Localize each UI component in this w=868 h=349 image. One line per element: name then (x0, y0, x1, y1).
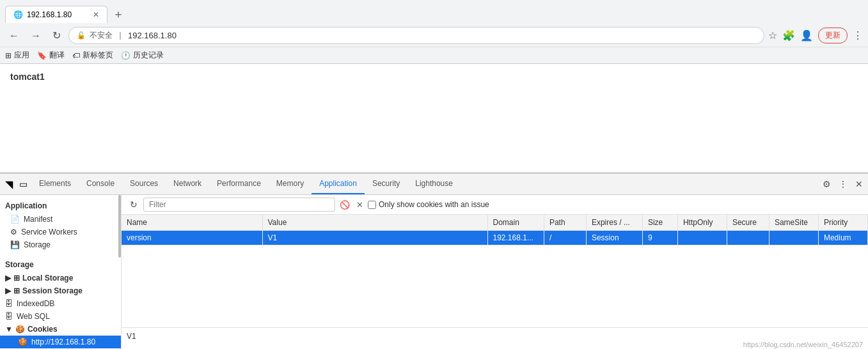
tab-memory[interactable]: Memory (269, 174, 312, 194)
sidebar-cookies-label: Cookies (28, 325, 58, 334)
nav-bar: ← → ↻ 🔓 不安全 ｜ 192.168.1.80 ☆ 🧩 👤 更新 ⋮ (0, 24, 868, 47)
web-sql-icon: 🗄 (5, 312, 13, 321)
devtools-inspect-icon[interactable]: ◥ (3, 178, 15, 190)
bookmark-translate[interactable]: 🔖 翻译 (37, 50, 65, 61)
sidebar-session-storage-group[interactable]: ▶ ⊞ Session Storage (0, 284, 121, 297)
sidebar-application-label: Application (0, 198, 121, 213)
new-tab-button[interactable]: ＋ (109, 4, 128, 24)
table-cell: 192.168.1... (487, 231, 544, 245)
sidebar-item-storage[interactable]: 💾 Storage (0, 238, 121, 251)
scrollbar[interactable] (118, 195, 121, 258)
session-storage-arrow-icon: ▶ (5, 286, 11, 295)
cookie-table: Name Value Domain Path Expires / ... Siz… (122, 215, 868, 327)
table-cell: Medium (818, 231, 867, 245)
session-storage-label: Session Storage (22, 286, 83, 295)
sidebar-item-service-workers[interactable]: ⚙ Service Workers (0, 226, 121, 238)
local-storage-label: Local Storage (22, 274, 73, 283)
devtools-close-icon[interactable]: ✕ (853, 176, 865, 192)
tab-network[interactable]: Network (166, 174, 209, 194)
bookmark-icon-button[interactable]: ☆ (768, 29, 777, 42)
col-priority: Priority (818, 215, 867, 231)
devtools-body: Application 📄 Manifest ⚙ Service Workers… (0, 195, 868, 349)
page-title: tomcat1 (10, 72, 45, 82)
refresh-button[interactable]: ↻ (127, 198, 141, 212)
devtools-settings-icon[interactable]: ⚙ (820, 176, 833, 192)
newtab-icon: 🏷 (72, 51, 80, 60)
clear-filter-icon[interactable]: 🚫 (338, 198, 352, 212)
tab-sources[interactable]: Sources (122, 174, 166, 194)
sidebar: Application 📄 Manifest ⚙ Service Workers… (0, 195, 122, 349)
devtools-panel: ◥ ▭ Elements Console Sources Network Per… (0, 173, 868, 349)
table-cell: / (544, 231, 586, 245)
tab-elements[interactable]: Elements (31, 174, 79, 194)
cookies-data-table: Name Value Domain Path Expires / ... Siz… (122, 215, 868, 245)
browser-tab[interactable]: 🌐 192.168.1.80 ✕ (5, 6, 107, 23)
cookie-toolbar: ↻ 🚫 ✕ Only show cookies with an issue (122, 195, 868, 215)
table-cell: V1 (262, 231, 487, 245)
security-label: 不安全 (90, 30, 113, 41)
cookie-url-icon: 🍪 (18, 337, 28, 346)
session-storage-table-icon: ⊞ (13, 286, 20, 295)
extension-icon-button[interactable]: 🧩 (782, 29, 795, 42)
sidebar-indexeddb-label: IndexedDB (17, 299, 54, 308)
tab-close-icon[interactable]: ✕ (93, 10, 99, 19)
col-size: Size (642, 215, 677, 231)
bookmark-newtab[interactable]: 🏷 新标签页 (72, 50, 113, 61)
tab-application[interactable]: Application (312, 174, 365, 194)
tab-performance[interactable]: Performance (209, 174, 269, 194)
browser-chrome: 🌐 192.168.1.80 ✕ ＋ ← → ↻ 🔓 不安全 ｜ 192.168… (0, 0, 868, 64)
col-expires: Expires / ... (586, 215, 642, 231)
table-cell (677, 231, 727, 245)
table-cell (727, 231, 769, 245)
col-samesite: SameSite (769, 215, 818, 231)
show-issues-label[interactable]: Only show cookies with an issue (368, 200, 489, 209)
sidebar-cookie-url[interactable]: 🍪 http://192.168.1.80 (0, 336, 121, 348)
bookmark-apps[interactable]: ⊞ 应用 (5, 50, 29, 61)
delete-button[interactable]: ✕ (354, 198, 365, 212)
sidebar-manifest-label: Manifest (24, 215, 52, 224)
local-storage-table-icon: ⊞ (13, 274, 20, 283)
tab-bar: 🌐 192.168.1.80 ✕ ＋ (0, 0, 868, 24)
sidebar-item-manifest[interactable]: 📄 Manifest (0, 213, 121, 226)
sidebar-local-storage-group[interactable]: ▶ ⊞ Local Storage (0, 272, 121, 284)
indexeddb-icon: 🗄 (5, 299, 13, 308)
tab-lighthouse[interactable]: Lighthouse (407, 174, 461, 194)
table-cell: version (122, 231, 262, 245)
local-storage-arrow-icon: ▶ (5, 274, 11, 283)
manifest-icon: 📄 (10, 215, 20, 224)
col-secure: Secure (727, 215, 769, 231)
sidebar-web-sql[interactable]: 🗄 Web SQL (0, 310, 121, 323)
sidebar-cookies-group[interactable]: ▼ 🍪 Cookies (0, 323, 121, 336)
sidebar-storage-label: Storage (24, 240, 51, 249)
address-bar[interactable]: 🔓 不安全 ｜ 192.168.1.80 (68, 27, 764, 44)
col-httponly: HttpOnly (677, 215, 727, 231)
devtools-icons: ⚙ ⋮ ✕ (820, 176, 865, 192)
devtools-device-icon[interactable]: ▭ (15, 179, 31, 189)
profile-icon-button[interactable]: 👤 (800, 29, 813, 42)
back-button[interactable]: ← (5, 27, 23, 44)
reload-button[interactable]: ↻ (49, 27, 65, 44)
show-issues-checkbox[interactable] (368, 201, 376, 209)
table-row[interactable]: versionV1192.168.1.../Session9Medium (122, 231, 868, 245)
selected-value-area: V1 https://blog.csdn.net/weixin_46452207 (122, 327, 868, 349)
tab-title: 192.168.1.80 (27, 10, 89, 19)
filter-input[interactable] (143, 198, 335, 212)
col-domain: Domain (487, 215, 544, 231)
menu-icon-button[interactable]: ⋮ (853, 29, 863, 42)
update-button[interactable]: 更新 (818, 27, 848, 43)
tab-console[interactable]: Console (79, 174, 122, 194)
bookmark-translate-label: 翻译 (49, 50, 65, 61)
address-separator: ｜ (116, 30, 124, 41)
storage-icon: 💾 (10, 240, 20, 249)
sidebar-indexeddb[interactable]: 🗄 IndexedDB (0, 297, 121, 310)
table-cell (769, 231, 818, 245)
show-issues-text: Only show cookies with an issue (379, 200, 489, 209)
address-text: 192.168.1.80 (128, 31, 756, 40)
tab-security[interactable]: Security (365, 174, 407, 194)
devtools-more-icon[interactable]: ⋮ (836, 176, 850, 192)
security-icon: 🔓 (77, 31, 86, 40)
apps-icon: ⊞ (5, 51, 12, 60)
bookmark-history[interactable]: 🕐 历史记录 (121, 50, 164, 61)
forward-button[interactable]: → (27, 27, 45, 44)
watermark-text: https://blog.csdn.net/weixin_46452207 (127, 341, 863, 348)
